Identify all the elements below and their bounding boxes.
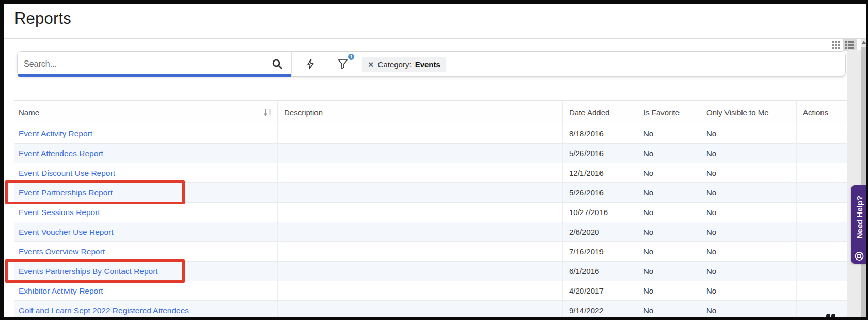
table-row-highlighted: Events Partnerships By Contact Report 6/… — [14, 262, 848, 281]
scroll-up-arrow-icon[interactable] — [862, 41, 866, 44]
date-added-cell: 7/16/2019 — [563, 242, 637, 261]
is-favorite-cell: No — [637, 183, 700, 202]
filter-count-badge: 1 — [347, 53, 355, 61]
report-link[interactable]: Event Activity Report — [19, 129, 92, 139]
date-added-cell: 5/26/2016 — [563, 183, 637, 202]
remove-filter-icon[interactable]: ✕ — [368, 60, 374, 68]
filter-chip-value: Events — [415, 60, 440, 69]
actions-cell — [797, 124, 848, 143]
date-added-cell: 5/26/2016 — [563, 144, 637, 163]
date-added-cell: 4/20/2017 — [563, 281, 637, 300]
report-link[interactable]: Event Attendees Report — [19, 149, 103, 158]
clipped-actions-icon — [831, 314, 835, 317]
is-favorite-cell: No — [637, 144, 700, 163]
is-favorite-cell: No — [637, 222, 700, 241]
list-view-button[interactable] — [843, 39, 857, 51]
report-link[interactable]: Exhibitor Activity Report — [19, 286, 103, 296]
only-visible-cell: No — [700, 242, 797, 261]
search-filter-toolbar: 1 ✕ Category: Events — [17, 51, 846, 77]
only-visible-cell: No — [700, 203, 797, 222]
is-favorite-cell: No — [637, 262, 700, 281]
page-title: Reports — [14, 9, 71, 28]
report-link[interactable]: Event Partnerships Report — [19, 188, 113, 197]
search-input[interactable] — [24, 56, 261, 72]
report-link[interactable]: Event Discount Use Report — [19, 169, 115, 178]
table-row: Event Attendees Report 5/26/2016 No No — [14, 144, 848, 163]
actions-cell — [797, 183, 848, 202]
filter-funnel-button[interactable] — [337, 58, 349, 70]
is-favorite-cell: No — [637, 301, 700, 317]
actions-cell — [797, 281, 848, 300]
only-visible-cell: No — [700, 262, 797, 281]
toolbar-divider — [326, 52, 326, 76]
only-visible-cell: No — [700, 124, 797, 143]
filter-chip-category-events[interactable]: ✕ Category: Events — [362, 57, 446, 72]
actions-cell — [797, 203, 848, 222]
column-header-actions[interactable]: Actions — [797, 101, 848, 124]
table-row-highlighted: Event Partnerships Report 5/26/2016 No N… — [14, 183, 848, 203]
only-visible-cell: No — [700, 222, 797, 241]
only-visible-cell: No — [700, 281, 797, 300]
need-help-tab[interactable]: Need Help? — [851, 185, 866, 264]
actions-cell — [797, 242, 848, 261]
date-added-cell: 8/18/2016 — [563, 124, 637, 143]
report-link[interactable]: Event Voucher Use Report — [19, 227, 114, 237]
search-focus-underline — [18, 74, 291, 77]
table-row: Events Overview Report 7/16/2019 No No — [14, 242, 848, 262]
is-favorite-cell: No — [637, 163, 700, 182]
table-row: Event Activity Report 8/18/2016 No No — [14, 124, 848, 144]
reports-table: Name Description Date Added Is Favorite … — [14, 100, 848, 317]
table-row: Golf and Learn Sept 2022 Registered Atte… — [14, 301, 848, 317]
actions-cell — [797, 262, 848, 281]
actions-cell — [797, 301, 848, 317]
quick-search-lightning-button[interactable] — [305, 58, 316, 70]
date-added-cell: 12/1/2016 — [563, 163, 637, 182]
date-added-cell: 2/6/2020 — [563, 222, 637, 241]
report-link[interactable]: Events Overview Report — [19, 247, 105, 256]
column-header-date-added[interactable]: Date Added — [563, 101, 637, 124]
column-header-is-favorite[interactable]: Is Favorite — [637, 101, 700, 124]
only-visible-cell: No — [700, 301, 797, 317]
date-added-cell: 9/14/2022 — [563, 301, 637, 317]
grid-view-button[interactable] — [832, 41, 841, 50]
right-gutter — [847, 50, 861, 317]
report-link[interactable]: Events Partnerships By Contact Report — [19, 267, 158, 276]
vertical-scrollbar[interactable] — [861, 39, 866, 317]
reports-screen: Reports — [0, 0, 868, 320]
life-ring-icon — [854, 251, 864, 261]
need-help-label: Need Help? — [855, 196, 863, 239]
table-header-row: Name Description Date Added Is Favorite … — [14, 100, 848, 124]
title-separator — [4, 38, 866, 39]
is-favorite-cell: No — [637, 203, 700, 222]
report-link[interactable]: Golf and Learn Sept 2022 Registered Atte… — [19, 306, 189, 315]
scrollbar-thumb[interactable] — [861, 47, 866, 317]
only-visible-cell: No — [700, 183, 797, 202]
actions-cell — [797, 222, 848, 241]
only-visible-cell: No — [700, 144, 797, 163]
is-favorite-cell: No — [637, 124, 700, 143]
column-header-name[interactable]: Name — [14, 101, 278, 124]
search-icon — [272, 58, 283, 70]
table-row: Event Voucher Use Report 2/6/2020 No No — [14, 222, 848, 242]
reports-page: Reports — [4, 4, 866, 317]
table-row: Exhibitor Activity Report 4/20/2017 No N… — [14, 281, 848, 301]
column-header-only-visible-to-me[interactable]: Only Visible to Me — [700, 101, 797, 124]
is-favorite-cell: No — [637, 281, 700, 300]
date-added-cell: 6/1/2016 — [563, 262, 637, 281]
filter-chip-label: Category: — [378, 60, 412, 69]
only-visible-cell: No — [700, 163, 797, 182]
clipped-actions-icon — [826, 314, 830, 317]
actions-cell — [797, 144, 848, 163]
table-row: Event Sessions Report 10/27/2016 No No — [14, 203, 848, 222]
sort-icon[interactable] — [263, 108, 272, 117]
actions-cell — [797, 163, 848, 182]
toolbar-divider — [291, 52, 292, 76]
date-added-cell: 10/27/2016 — [563, 203, 637, 222]
column-header-description[interactable]: Description — [278, 101, 563, 124]
report-link[interactable]: Event Sessions Report — [19, 208, 100, 217]
table-row: Event Discount Use Report 12/1/2016 No N… — [14, 163, 848, 183]
is-favorite-cell: No — [637, 242, 700, 261]
